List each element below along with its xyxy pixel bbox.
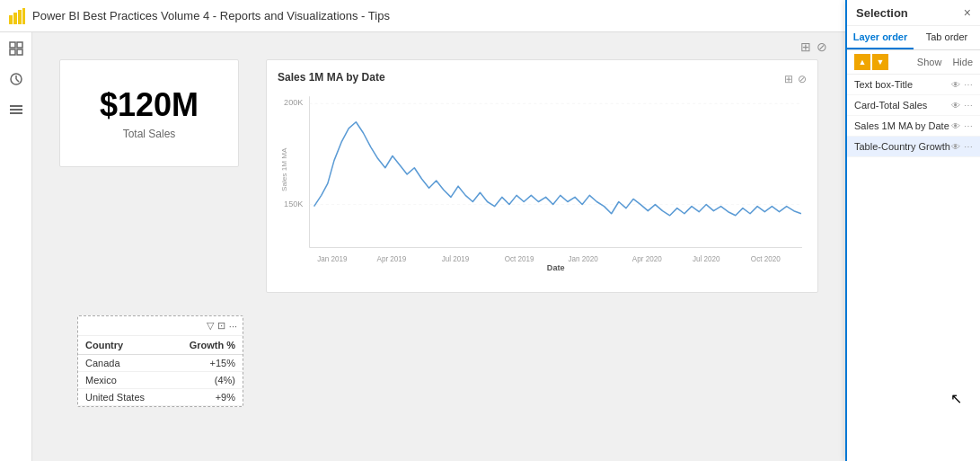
line-chart-card: Sales 1M MA by Date ⊞ ⊘ 200K 150K [266, 59, 818, 293]
line-chart-svg: 200K 150K Sales 1M MA Jan 2019 Apr 2019 … [278, 87, 807, 270]
more-options-icon[interactable]: ⋯ [964, 121, 973, 131]
country-cell: United States [78, 389, 169, 406]
table-row: Canada +15% [78, 355, 243, 372]
sel-item-icons: 👁 ⋯ [951, 80, 973, 90]
canvas-area: ⊞ ⊘ $120M Total Sales Sales 1M MA by Dat… [32, 32, 980, 461]
svg-text:Oct 2020: Oct 2020 [751, 255, 781, 263]
selection-tabs: Layer order Tab order [847, 26, 980, 50]
col-country: Country [78, 336, 169, 355]
svg-rect-13 [10, 112, 22, 114]
arrow-buttons: ▲ ▼ [854, 54, 888, 70]
tab-layer-order[interactable]: Layer order [847, 26, 914, 49]
svg-text:Date: Date [547, 263, 565, 270]
svg-text:Sales 1M MA: Sales 1M MA [280, 147, 288, 191]
country-growth-table: Country Growth % Canada +15% Mexico (4%)… [78, 336, 243, 406]
filter-icon[interactable]: ▽ [207, 320, 214, 332]
svg-text:Oct 2019: Oct 2019 [505, 255, 534, 263]
country-cell: Canada [78, 355, 169, 372]
sel-item-label: Table-Country Growth [854, 141, 951, 152]
svg-text:Apr 2020: Apr 2020 [632, 255, 662, 263]
tab-tab-order[interactable]: Tab order [914, 26, 980, 49]
svg-text:Jan 2020: Jan 2020 [569, 255, 599, 263]
sel-item-label: Card-Total Sales [854, 100, 951, 111]
chart-title: Sales 1M MA by Date [278, 71, 385, 84]
table-toolbar: ▽ ⊡ ··· [78, 316, 243, 336]
visibility-icon[interactable]: 👁 [951, 121, 960, 131]
filters-icon[interactable]: ⊘ [817, 40, 827, 54]
svg-rect-11 [10, 105, 22, 107]
visibility-icon[interactable]: 👁 [951, 142, 960, 152]
nav-icon-2[interactable] [7, 70, 25, 88]
svg-rect-5 [17, 42, 22, 48]
svg-text:Apr 2019: Apr 2019 [376, 255, 406, 263]
svg-rect-12 [10, 109, 22, 111]
sel-item-card-totalsales[interactable]: Card-Total Sales 👁 ⋯ [847, 95, 980, 116]
sel-item-icons: 👁 ⋯ [951, 121, 973, 131]
growth-cell: (4%) [169, 372, 243, 389]
selection-panel: Selection × Layer order Tab order ▲ ▼ Sh… [845, 0, 980, 461]
sidebar [0, 32, 32, 461]
selection-items-list: Text box-Title 👁 ⋯ Card-Total Sales 👁 ⋯ … [847, 75, 980, 461]
chart-filter-icon[interactable]: ⊘ [798, 73, 807, 85]
svg-rect-3 [22, 8, 25, 24]
kpi-label: Total Sales [123, 128, 176, 140]
sel-item-label: Sales 1M MA by Date [854, 120, 951, 131]
table-row: Mexico (4%) [78, 372, 243, 389]
sel-item-icons: 👁 ⋯ [951, 101, 973, 111]
table-row: United States +9% [78, 389, 243, 406]
svg-line-10 [16, 79, 19, 82]
svg-rect-0 [9, 15, 13, 24]
export-icon[interactable]: ⊡ [217, 320, 225, 332]
sel-item-textbox-title[interactable]: Text box-Title 👁 ⋯ [847, 75, 980, 95]
selection-panel-title: Selection [856, 6, 908, 20]
visibility-icon[interactable]: 👁 [951, 101, 960, 111]
growth-cell: +15% [169, 355, 243, 372]
show-label: Show [917, 57, 942, 67]
nav-icon-3[interactable] [7, 101, 25, 119]
more-options-icon[interactable]: ⋯ [964, 80, 973, 90]
more-options-icon[interactable]: ⋯ [964, 101, 973, 111]
app-title: Power BI Best Practices Volume 4 - Repor… [32, 9, 390, 22]
kpi-value: $120M [100, 86, 199, 124]
country-cell: Mexico [78, 372, 169, 389]
svg-rect-4 [10, 42, 15, 48]
sel-item-icons: 👁 ⋯ [951, 142, 973, 152]
svg-text:150K: 150K [284, 199, 303, 208]
svg-text:Jan 2019: Jan 2019 [317, 255, 348, 263]
show-hide-labels: Show Hide [917, 57, 973, 67]
selection-header: Selection × [847, 0, 980, 26]
svg-rect-2 [18, 10, 22, 24]
svg-text:Jul 2020: Jul 2020 [693, 255, 720, 263]
sel-item-label: Text box-Title [854, 79, 951, 90]
visibility-icon[interactable]: 👁 [951, 80, 960, 90]
title-bar: Power BI Best Practices Volume 4 - Repor… [0, 0, 980, 32]
chart-body: 200K 150K Sales 1M MA Jan 2019 Apr 2019 … [278, 87, 807, 270]
move-up-button[interactable]: ▲ [854, 54, 870, 70]
main-container: ⊞ ⊘ $120M Total Sales Sales 1M MA by Dat… [0, 32, 980, 461]
svg-text:200K: 200K [284, 98, 303, 107]
selection-controls: ▲ ▼ Show Hide [847, 50, 980, 75]
more-icon[interactable]: ··· [229, 321, 237, 332]
visualizations-icon[interactable]: ⊞ [800, 40, 811, 54]
svg-rect-6 [10, 49, 15, 55]
svg-rect-1 [13, 13, 17, 24]
sel-item-sales-chart[interactable]: Sales 1M MA by Date 👁 ⋯ [847, 116, 980, 137]
selection-close-button[interactable]: × [964, 5, 971, 20]
col-growth: Growth % [169, 336, 243, 355]
hide-label: Hide [952, 57, 973, 67]
nav-icon-1[interactable] [7, 40, 25, 58]
chart-more-icon[interactable]: ⊞ [784, 73, 793, 85]
more-options-icon[interactable]: ⋯ [964, 142, 973, 152]
kpi-card: $120M Total Sales [59, 59, 239, 167]
powerbi-logo [9, 8, 25, 24]
table-card: ▽ ⊡ ··· Country Growth % Canada +15% [77, 315, 243, 407]
growth-cell: +9% [169, 389, 243, 406]
move-down-button[interactable]: ▼ [872, 54, 888, 70]
svg-text:Jul 2019: Jul 2019 [442, 255, 470, 263]
svg-rect-7 [17, 49, 22, 55]
sel-item-table-country[interactable]: Table-Country Growth 👁 ⋯ [847, 137, 980, 157]
